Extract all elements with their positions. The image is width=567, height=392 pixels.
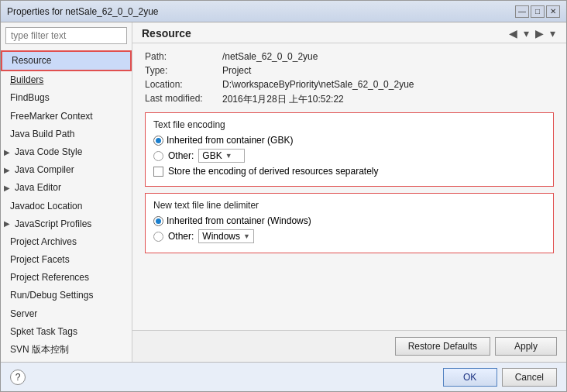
encoding-dropdown-value: GBK	[202, 150, 222, 161]
expand-arrow-icon: ▶	[4, 164, 12, 177]
nav-list: Resource Builders FindBugs FreeMarker Co…	[1, 49, 132, 362]
main-bottom-bar: Restore Defaults Apply	[132, 330, 566, 362]
ok-button[interactable]: OK	[443, 368, 497, 387]
sidebar-item-label: Resource	[12, 53, 51, 68]
sidebar-item-resource[interactable]: Resource	[1, 50, 132, 71]
sidebar-item-java-build-path[interactable]: Java Build Path	[1, 126, 132, 143]
type-value: Project	[222, 65, 554, 76]
encoding-other-label: Other:	[168, 150, 194, 161]
type-label: Type:	[145, 65, 222, 76]
expand-arrow-icon: ▶	[4, 146, 12, 159]
last-modified-value: 2016年1月28日 上午10:52:22	[222, 93, 554, 106]
sidebar-item-label: Java Build Path	[10, 127, 74, 142]
main-panel: Resource ◀ ▾ ▶ ▾ Path: /netSale_62_0_0_2…	[132, 22, 566, 362]
type-row: Type: Project	[145, 65, 554, 76]
main-title: Resource	[142, 27, 191, 40]
sidebar-item-javascript[interactable]: ▶ JavaScript Profiles	[1, 215, 132, 233]
sidebar-item-freemaker[interactable]: FreeMarker Context	[1, 108, 132, 126]
sidebar-item-label: Java Compiler	[15, 163, 74, 177]
search-input[interactable]	[5, 27, 127, 44]
minimize-button[interactable]: —	[515, 5, 529, 18]
sidebar-item-server[interactable]: Server	[1, 305, 132, 323]
delimiter-other-radio[interactable]	[153, 232, 163, 242]
sidebar-item-project-references[interactable]: Project References	[1, 269, 132, 287]
sidebar-item-label: Builders	[10, 73, 43, 88]
sidebar-item-label: Project Facets	[10, 253, 70, 267]
encoding-checkbox-label: Store the encoding of derived resources …	[168, 166, 379, 177]
path-label: Path:	[145, 51, 222, 62]
sidebar-item-run-debug[interactable]: Run/Debug Settings	[1, 287, 132, 304]
window-controls: — □ ✕	[515, 5, 560, 18]
window-title: Properties for netSale_62_0_0_2yue	[7, 6, 158, 17]
delimiter-inherited-label: Inherited from container (Windows)	[167, 215, 311, 226]
sidebar-item-label: FreeMarker Context	[10, 109, 93, 124]
delimiter-other-label: Other:	[168, 231, 194, 242]
location-value: D:\workspaceByPriority\netSale_62_0_0_2y…	[222, 79, 554, 90]
content-area: Resource Builders FindBugs FreeMarker Co…	[1, 22, 566, 362]
sidebar-item-label: SVN 版本控制	[10, 342, 69, 357]
main-header: Resource ◀ ▾ ▶ ▾	[132, 22, 566, 43]
back-button[interactable]: ◀	[507, 27, 519, 40]
help-button[interactable]: ?	[10, 370, 26, 385]
sidebar-item-label: JavaScript Profiles	[15, 217, 91, 232]
sidebar-item-label: Server	[10, 307, 37, 322]
encoding-inherited-label: Inherited from container (GBK)	[167, 135, 293, 146]
encoding-title: Text file encoding	[153, 119, 545, 130]
location-row: Location: D:\workspaceByPriority\netSale…	[145, 79, 554, 90]
sidebar-item-builders[interactable]: Builders	[1, 71, 132, 89]
sidebar-item-findbugs[interactable]: FindBugs	[1, 89, 132, 107]
path-row: Path: /netSale_62_0_0_2yue	[145, 51, 554, 62]
delimiter-other-row: Other: Windows ▼	[153, 229, 545, 243]
line-delimiter-section: New text file line delimiter Inherited f…	[145, 193, 554, 253]
properties-window: Properties for netSale_62_0_0_2yue — □ ✕…	[0, 0, 567, 392]
properties-content: Path: /netSale_62_0_0_2yue Type: Project…	[132, 43, 566, 330]
sidebar-item-svn[interactable]: SVN 版本控制	[1, 341, 132, 359]
encoding-inherited-row: Inherited from container (GBK)	[153, 135, 545, 146]
chevron-down-icon: ▼	[243, 232, 250, 240]
chevron-down-icon: ▼	[225, 152, 232, 160]
sidebar-item-project-archives[interactable]: Project Archives	[1, 233, 132, 251]
sidebar-item-label: Java Code Style	[15, 145, 82, 160]
last-modified-row: Last modified: 2016年1月28日 上午10:52:22	[145, 93, 554, 106]
sidebar-item-label: Project References	[10, 270, 89, 285]
delimiter-inherited-radio[interactable]	[153, 216, 163, 226]
line-delimiter-title: New text file line delimiter	[153, 200, 545, 211]
forward-dropdown-button[interactable]: ▾	[548, 27, 557, 40]
encoding-checkbox-row: Store the encoding of derived resources …	[153, 166, 545, 177]
sidebar-item-label: Run/Debug Settings	[10, 288, 93, 303]
delimiter-dropdown-value: Windows	[202, 231, 240, 242]
restore-defaults-button[interactable]: Restore Defaults	[395, 337, 490, 356]
encoding-section: Text file encoding Inherited from contai…	[145, 112, 554, 187]
sidebar-item-java-compiler[interactable]: ▶ Java Compiler	[1, 161, 132, 179]
cancel-button[interactable]: Cancel	[502, 368, 557, 387]
footer-bar: ? OK Cancel	[1, 362, 566, 391]
sidebar-item-label: Java Editor	[15, 181, 61, 195]
encoding-checkbox[interactable]	[153, 167, 163, 177]
sidebar: Resource Builders FindBugs FreeMarker Co…	[1, 22, 132, 362]
expand-arrow-icon: ▶	[4, 182, 12, 194]
sidebar-item-label: FindBugs	[10, 91, 50, 105]
delimiter-inherited-row: Inherited from container (Windows)	[153, 215, 545, 226]
encoding-other-row: Other: GBK ▼	[153, 149, 545, 163]
encoding-dropdown[interactable]: GBK ▼	[198, 149, 245, 163]
sidebar-item-javadoc[interactable]: Javadoc Location	[1, 198, 132, 215]
location-label: Location:	[145, 79, 222, 90]
delimiter-dropdown[interactable]: Windows ▼	[198, 229, 254, 243]
maximize-button[interactable]: □	[531, 5, 545, 18]
sidebar-item-java-editor[interactable]: ▶ Java Editor	[1, 179, 132, 197]
title-bar: Properties for netSale_62_0_0_2yue — □ ✕	[1, 1, 566, 22]
encoding-inherited-radio[interactable]	[153, 136, 163, 146]
sidebar-item-spket[interactable]: Spket Task Tags	[1, 323, 132, 341]
dropdown-arrow-button[interactable]: ▾	[522, 27, 531, 40]
close-button[interactable]: ✕	[546, 5, 560, 18]
expand-arrow-icon: ▶	[4, 218, 12, 230]
forward-button[interactable]: ▶	[534, 27, 545, 40]
encoding-other-radio[interactable]	[153, 151, 163, 161]
sidebar-item-java-code-style[interactable]: ▶ Java Code Style	[1, 143, 132, 161]
path-value: /netSale_62_0_0_2yue	[222, 51, 554, 62]
sidebar-item-project-facets[interactable]: Project Facets	[1, 251, 132, 269]
sidebar-item-label: Spket Task Tags	[10, 325, 77, 339]
sidebar-item-label: Javadoc Location	[10, 199, 82, 214]
apply-button[interactable]: Apply	[495, 337, 557, 356]
footer-buttons: OK Cancel	[443, 368, 557, 387]
